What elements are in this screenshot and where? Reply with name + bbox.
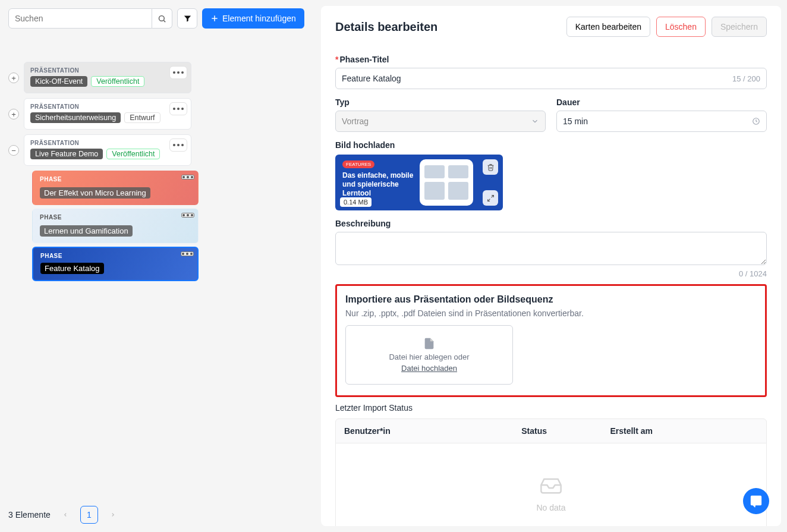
right-scroll[interactable]: Details bearbeiten Karten bearbeiten Lös…: [321, 6, 781, 526]
chevron-left-icon: [62, 512, 68, 518]
import-section-highlighted: Importiere aus Präsentation oder Bildseq…: [335, 284, 767, 397]
col-user: Benutzer*in: [344, 426, 521, 436]
image-badge: FEATURES: [342, 160, 374, 168]
delete-button[interactable]: Löschen: [656, 17, 706, 37]
phase-card[interactable]: PHASE Lernen und Gamification: [32, 209, 199, 243]
type-value: Vortrag: [342, 117, 531, 126]
card-more-button[interactable]: [169, 66, 187, 79]
chevron-down-icon: [531, 117, 539, 125]
element-count: 3 Elemente: [8, 510, 51, 520]
duration-input[interactable]: [563, 117, 760, 126]
search-icon: [158, 14, 166, 23]
phase-type-label: PHASE: [40, 253, 62, 259]
search-input[interactable]: [8, 8, 152, 29]
card-title-chip: Live Feature Demo: [30, 149, 103, 159]
file-icon: [423, 337, 436, 350]
left-footer: 3 Elemente 1: [8, 500, 314, 524]
card-more-button[interactable]: [181, 175, 194, 180]
header-actions: Karten bearbeiten Löschen Speichern: [566, 17, 767, 37]
phase-card-selected[interactable]: PHASE Feature Katalog: [32, 247, 199, 281]
presentation-card[interactable]: PRÄSENTATION Sicherheitsunterweisung Ent…: [24, 98, 191, 130]
presentation-card[interactable]: PRÄSENTATION Live Feature Demo Veröffent…: [24, 134, 191, 166]
image-expand-button[interactable]: [483, 190, 498, 206]
dropzone-text: Datei hier ablegen oder: [389, 352, 469, 361]
upload-label: Bild hochladen: [335, 140, 767, 150]
duration-label: Dauer: [556, 97, 767, 107]
phase-title: Der Effekt von Micro Learning: [40, 187, 150, 199]
plus-icon: [210, 14, 219, 23]
phase-title: Lernen und Gamification: [40, 225, 133, 237]
field-duration: Dauer: [556, 97, 767, 132]
chat-fab[interactable]: [743, 488, 769, 514]
phase-title-label: *Phasen-Titel: [335, 55, 767, 64]
svg-line-6: [487, 199, 490, 201]
col-created: Erstellt am: [610, 426, 758, 436]
phase-title: Feature Katalog: [40, 263, 104, 274]
presentation-card[interactable]: PRÄSENTATION Kick-Off-Event Veröffentlic…: [24, 62, 191, 93]
card-more-button[interactable]: [181, 213, 194, 218]
card-status-chip: Veröffentlicht: [106, 149, 160, 159]
svg-point-0: [159, 15, 165, 21]
field-type: Typ Vortrag: [335, 97, 546, 132]
expand-button[interactable]: +: [8, 73, 19, 83]
detail-form: *Phasen-Titel 15 / 200 Typ Vortrag Dauer: [321, 43, 781, 526]
card-more-button[interactable]: [169, 138, 187, 152]
filter-button[interactable]: [177, 8, 197, 29]
card-title-chip: Sicherheitsunterweisung: [30, 112, 121, 123]
field-description: Beschreibung 0 / 1024: [335, 219, 767, 278]
phase-type-label: PHASE: [40, 214, 62, 221]
expand-icon: [487, 194, 495, 202]
inbox-icon: [537, 473, 565, 497]
duration-input-shell: [556, 111, 767, 132]
type-label: Typ: [335, 97, 546, 107]
description-counter: 0 / 1024: [335, 269, 767, 278]
pager-next[interactable]: [106, 509, 119, 520]
last-import-section: Letzter Import Status Benutzer*in Status…: [335, 403, 767, 526]
image-delete-button[interactable]: [483, 159, 498, 175]
filter-icon: [183, 14, 192, 23]
card-type-label: PRÄSENTATION: [30, 103, 185, 110]
import-table-head: Benutzer*in Status Erstellt am: [335, 418, 767, 443]
field-phase-title: *Phasen-Titel 15 / 200: [335, 55, 767, 89]
expand-button[interactable]: +: [8, 109, 19, 119]
field-image-upload: Bild hochladen FEATURES Das einfache, mo…: [335, 140, 767, 210]
phase-title-input[interactable]: [342, 74, 760, 83]
description-textarea[interactable]: [335, 232, 767, 265]
save-button: Speichern: [712, 17, 767, 37]
type-select: Vortrag: [335, 111, 546, 132]
file-dropzone[interactable]: Datei hier ablegen oder Datei hochladen: [345, 325, 513, 385]
chat-icon: [750, 495, 763, 508]
import-hint: Nur .zip, .pptx, .pdf Dateien sind in Pr…: [345, 309, 757, 318]
search-button[interactable]: [152, 8, 172, 29]
pager-prev[interactable]: [59, 509, 72, 520]
left-panel: Element hinzufügen + PRÄSENTATION Kick-O…: [0, 0, 321, 532]
card-more-button[interactable]: [181, 251, 194, 256]
detail-title: Details bearbeiten: [335, 20, 437, 34]
card-status-chip: Veröffentlicht: [91, 76, 144, 87]
upload-file-link[interactable]: Datei hochladen: [401, 364, 457, 373]
import-table-empty: No data: [335, 443, 767, 526]
trash-icon: [487, 163, 495, 171]
edit-cards-button[interactable]: Karten bearbeiten: [566, 17, 650, 37]
svg-line-5: [491, 195, 493, 197]
tree-node: + PRÄSENTATION Sicherheitsunterweisung E…: [8, 98, 314, 130]
last-import-label: Letzter Import Status: [335, 403, 767, 413]
add-element-label: Element hinzufügen: [222, 14, 296, 23]
card-type-label: PRÄSENTATION: [30, 67, 185, 74]
card-more-button[interactable]: [169, 102, 187, 115]
col-status: Status: [521, 426, 610, 436]
description-label: Beschreibung: [335, 219, 767, 228]
tree-node: − PRÄSENTATION Live Feature Demo Veröffe…: [8, 134, 314, 166]
right-panel: Details bearbeiten Karten bearbeiten Lös…: [321, 6, 781, 526]
chevron-right-icon: [110, 512, 116, 518]
pager-current[interactable]: 1: [80, 506, 98, 524]
clock-icon: [752, 117, 760, 125]
add-element-button[interactable]: Element hinzufügen: [202, 8, 304, 29]
image-device-mock: [420, 159, 473, 206]
svg-line-1: [163, 20, 165, 22]
phase-card[interactable]: PHASE Der Effekt von Micro Learning: [32, 171, 199, 205]
uploaded-image-thumb[interactable]: FEATURES Das einfache, mobile und spiele…: [335, 155, 503, 210]
collapse-button[interactable]: −: [8, 145, 19, 156]
phase-title-counter: 15 / 200: [732, 74, 760, 83]
element-tree: + PRÄSENTATION Kick-Off-Event Veröffentl…: [8, 62, 314, 500]
